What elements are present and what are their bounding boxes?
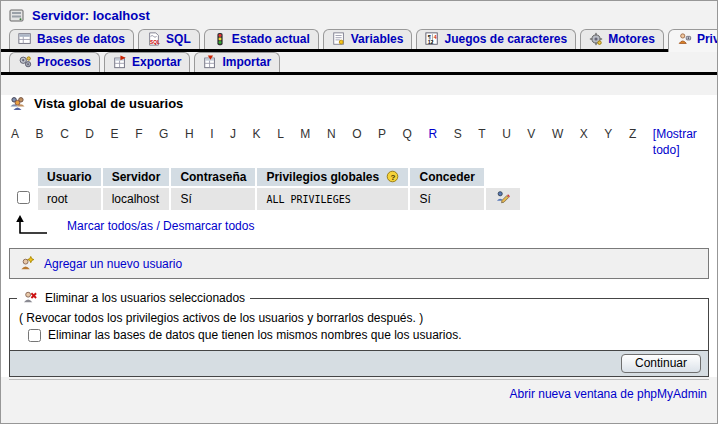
- alphabet-letter: K: [253, 127, 261, 141]
- svg-text:SQL: SQL: [150, 40, 160, 45]
- delete-users-fieldset: Eliminar a los usuarios seleccionados ( …: [9, 298, 709, 351]
- variables-doc-icon: [332, 32, 346, 46]
- alphabet-letter: H: [185, 127, 194, 141]
- tab-row-1: Bases de datos SQL SQL Estado actual Var…: [1, 29, 717, 52]
- user-row-checkbox[interactable]: [17, 191, 30, 204]
- table-row: root localhost Sí ALL PRIVILEGES Sí: [11, 188, 520, 210]
- tab-sql[interactable]: SQL SQL: [138, 29, 200, 49]
- help-icon[interactable]: ?: [386, 170, 399, 183]
- column-header-server: Servidor: [103, 168, 170, 186]
- tab-label: Bases de datos: [37, 32, 125, 46]
- users-group-icon: [9, 95, 26, 111]
- tab-variables[interactable]: Variables: [323, 29, 413, 49]
- charset-icon: ¶124: [425, 32, 439, 46]
- alphabet-letter: A: [11, 127, 19, 141]
- alphabet-letter: P: [378, 127, 386, 141]
- alphabet-letter: Y: [604, 127, 612, 141]
- show-all-link[interactable]: [Mostrar todo]: [653, 127, 707, 158]
- users-table: Usuario Servidor Contraseña Privilegios …: [9, 166, 522, 212]
- alphabet-letter: X: [580, 127, 588, 141]
- tab-label: Estado actual: [232, 32, 310, 46]
- tab-privileges[interactable]: Privilegios: [668, 29, 718, 52]
- alphabet-letter: I: [210, 127, 213, 141]
- tab-label: Importar: [222, 55, 271, 69]
- column-header-password: Contraseña: [171, 168, 255, 186]
- edit-privileges-icon[interactable]: [495, 190, 511, 205]
- svg-text:12: 12: [428, 39, 434, 45]
- alphabet-letter: J: [230, 127, 236, 141]
- top-strip: Servidor: localhost Bases de datos SQL S…: [1, 1, 717, 75]
- alphabet-letter: O: [352, 127, 361, 141]
- tab-import[interactable]: Importar: [194, 52, 280, 72]
- export-icon: [113, 55, 127, 69]
- link-separator: /: [156, 219, 159, 233]
- drop-databases-row: Eliminar las bases de datos que tienen l…: [28, 328, 699, 342]
- cell-user: root: [38, 188, 101, 210]
- tab-label: Juegos de caracteres: [444, 32, 567, 46]
- alphabet-letter: U: [502, 127, 511, 141]
- bottom-strip: Abrir nueva ventana de phpMyAdmin: [1, 379, 717, 401]
- tab-status[interactable]: Estado actual: [204, 29, 319, 49]
- alphabet-letter: E: [111, 127, 119, 141]
- new-window-link[interactable]: Abrir nueva ventana de phpMyAdmin: [510, 387, 707, 401]
- server-icon: [9, 8, 25, 23]
- phpmyadmin-window: Servidor: localhost Bases de datos SQL S…: [0, 0, 718, 424]
- alphabet-letter: N: [327, 127, 336, 141]
- add-user-fieldset: Agregar un nuevo usuario: [9, 248, 709, 279]
- engine-icon: [589, 32, 603, 46]
- tab-label: SQL: [166, 32, 191, 46]
- column-header-grant: Conceder: [410, 168, 483, 186]
- page-title: Vista global de usuarios: [9, 95, 709, 111]
- alphabet-letter: F: [135, 127, 142, 141]
- uncheck-all-link[interactable]: Desmarcar todos: [163, 219, 254, 233]
- tab-row-2: Procesos Exportar Importar: [1, 52, 717, 75]
- delete-users-footer: Continuar: [9, 351, 709, 377]
- alphabet-letter: G: [159, 127, 168, 141]
- main-content: Vista global de usuarios A B C D E F G H…: [1, 95, 717, 377]
- page-title-text: Vista global de usuarios: [34, 96, 183, 111]
- drop-databases-checkbox[interactable]: [28, 329, 41, 342]
- cell-server: localhost: [103, 188, 170, 210]
- check-all-link[interactable]: Marcar todos/as: [67, 219, 153, 233]
- privileges-icon: [677, 32, 692, 46]
- svg-text:4: 4: [434, 34, 437, 40]
- tab-charsets[interactable]: ¶124 Juegos de caracteres: [416, 29, 576, 49]
- tab-label: Variables: [351, 32, 404, 46]
- alphabet-letter: S: [454, 127, 462, 141]
- sql-icon: SQL: [147, 32, 161, 46]
- delete-users-legend: Eliminar a los usuarios seleccionados: [17, 290, 250, 305]
- row-action-cell: [486, 188, 520, 210]
- action-column-header: [486, 168, 520, 186]
- cell-grant: Sí: [410, 188, 483, 210]
- tab-databases[interactable]: Bases de datos: [9, 29, 134, 49]
- tab-label: Privilegios: [697, 32, 718, 46]
- tab-processes[interactable]: Procesos: [9, 52, 100, 72]
- add-user-link[interactable]: Agregar un nuevo usuario: [44, 257, 182, 271]
- import-icon: [203, 55, 217, 69]
- arrow-up-left-icon: [15, 214, 51, 234]
- alphabet-letter: T: [478, 127, 485, 141]
- drop-databases-label: Eliminar las bases de datos que tienen l…: [48, 328, 462, 342]
- alphabet-letter: Q: [403, 127, 412, 141]
- alphabet-letter: D: [85, 127, 94, 141]
- cell-global-privileges: ALL PRIVILEGES: [257, 188, 408, 210]
- tab-export[interactable]: Exportar: [104, 52, 190, 72]
- alphabet-letter-r-link[interactable]: R: [428, 127, 437, 141]
- alphabet-letter: B: [36, 127, 44, 141]
- alphabet-nav: A B C D E F G H I J K L M N O P Q R S T …: [11, 127, 707, 158]
- tab-label: Exportar: [132, 55, 181, 69]
- column-header-privileges: Privilegios globales ?: [257, 168, 408, 186]
- server-label[interactable]: Servidor: localhost: [32, 8, 150, 23]
- database-icon: [18, 32, 32, 46]
- revoke-note: ( Revocar todos los privilegios activos …: [19, 311, 699, 325]
- processes-gears-icon: [18, 55, 32, 69]
- continue-button[interactable]: Continuar: [621, 354, 701, 373]
- svg-text:?: ?: [391, 173, 396, 182]
- alphabet-letter: Z: [629, 127, 636, 141]
- selection-controls: Marcar todos/as / Desmarcar todos: [15, 214, 709, 234]
- tab-label: Motores: [608, 32, 655, 46]
- delete-users-legend-text: Eliminar a los usuarios seleccionados: [45, 291, 245, 305]
- checkbox-column-header: [11, 168, 36, 186]
- tab-engines[interactable]: Motores: [580, 29, 664, 49]
- alphabet-letter: L: [277, 127, 284, 141]
